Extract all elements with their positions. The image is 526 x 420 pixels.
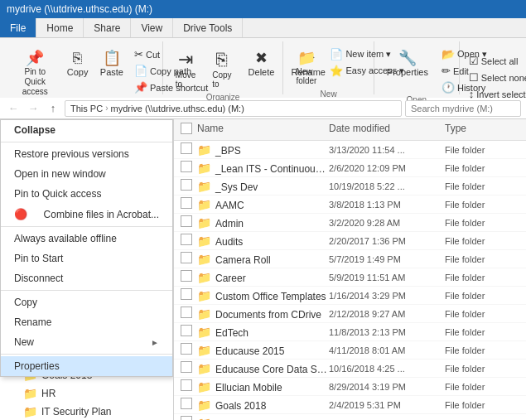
file-date: 11/8/2013 2:13 PM — [329, 327, 445, 337]
copy-button[interactable]: ⎘ Copy — [62, 46, 94, 81]
file-name: 📁Educause 2015 — [197, 344, 329, 357]
ctx-open-new-window[interactable]: Open in new window — [1, 164, 172, 184]
row-checkbox[interactable] — [181, 343, 192, 355]
tab-file[interactable]: File — [0, 18, 36, 37]
row-checkbox[interactable] — [181, 179, 192, 191]
file-type: File folder — [445, 254, 519, 264]
file-row[interactable]: 📁Admin 3/2/2020 9:28 AM File folder — [174, 214, 526, 232]
file-row[interactable]: 📁Custom Office Templates 1/16/2014 3:29 … — [174, 287, 526, 305]
row-check — [181, 288, 197, 302]
file-row[interactable]: 📁_Lean ITS - Continuous Process Improv..… — [174, 159, 526, 177]
file-row[interactable]: 📁AAMC 3/8/2018 1:13 PM File folder — [174, 196, 526, 214]
file-date: 2/12/2018 9:27 AM — [329, 309, 445, 319]
file-row[interactable]: 📁Documents from CDrive 2/12/2018 9:27 AM… — [174, 305, 526, 323]
back-button[interactable]: ← — [5, 100, 22, 117]
row-checkbox[interactable] — [181, 142, 192, 154]
file-row[interactable]: 📁HR 7/18/2016 9:46 AM File folder — [174, 414, 526, 420]
file-name: 📁Audits — [197, 234, 329, 248]
row-checkbox[interactable] — [181, 361, 192, 373]
copy-to-button[interactable]: ⎘ Copyto — [205, 46, 239, 93]
paste-button[interactable]: 📋 Paste — [95, 46, 128, 81]
edit-icon: ✏ — [442, 65, 451, 77]
file-row[interactable]: 📁Goals 2018 2/4/2019 5:31 PM File folder — [174, 396, 526, 414]
file-type: File folder — [445, 327, 519, 337]
row-check — [181, 416, 197, 420]
file-row[interactable]: 📁Educause 2015 4/11/2018 8:01 AM File fo… — [174, 341, 526, 360]
file-row[interactable]: 📁Ellucian Mobile 8/29/2014 3:19 PM File … — [174, 378, 526, 396]
row-checkbox[interactable] — [181, 215, 192, 227]
easy-access-icon: ⭐ — [330, 65, 343, 77]
ctx-rename[interactable]: Rename — [1, 312, 172, 332]
properties-button[interactable]: 🔧 Properties — [379, 46, 436, 81]
header-type[interactable]: Type — [445, 123, 519, 137]
file-row[interactable]: 📁_BPS 3/13/2020 11:54 ... File folder — [174, 141, 526, 159]
file-date: 1/16/2014 3:29 PM — [329, 291, 445, 301]
row-checkbox[interactable] — [181, 197, 192, 209]
nav-item-hr[interactable]: 📁 HR — [0, 384, 173, 403]
file-row[interactable]: 📁Career 5/9/2019 11:51 AM File folder — [174, 268, 526, 287]
select-none-icon: ☐ — [469, 71, 479, 84]
row-checkbox[interactable] — [181, 416, 192, 420]
file-folder-icon: 📁 — [197, 253, 211, 266]
ribbon: 📌 Pin to Quickaccess ⎘ Copy 📋 Paste ✂Cut… — [0, 38, 526, 98]
tab-view[interactable]: View — [131, 18, 173, 37]
ctx-collapse[interactable]: Collapse — [1, 120, 172, 140]
select-all-checkbox[interactable] — [181, 123, 192, 134]
ctx-copy[interactable]: Copy — [1, 292, 172, 312]
file-type: File folder — [445, 163, 519, 173]
row-checkbox[interactable] — [181, 325, 192, 336]
row-checkbox[interactable] — [181, 398, 192, 409]
tab-drive-tools[interactable]: Drive Tools — [173, 18, 243, 37]
file-row[interactable]: 📁Camera Roll 5/7/2019 1:49 PM File folde… — [174, 250, 526, 268]
row-checkbox[interactable] — [181, 161, 192, 172]
file-name: 📁Goals 2018 — [197, 398, 329, 412]
ctx-new[interactable]: New ► — [1, 332, 172, 352]
delete-button[interactable]: ✖ Delete — [241, 46, 282, 81]
breadcrumb-arrow: › — [105, 104, 108, 113]
ctx-pin-quick[interactable]: Pin to Quick access — [1, 184, 172, 204]
up-button[interactable]: ↑ — [45, 100, 61, 117]
ctx-properties[interactable]: Properties — [1, 356, 172, 376]
search-input[interactable] — [405, 100, 521, 117]
row-checkbox[interactable] — [181, 379, 192, 391]
select-none-button[interactable]: ☐Select none — [465, 70, 526, 85]
ctx-always-available[interactable]: Always available offline — [1, 229, 172, 249]
file-rows-container: 📁_BPS 3/13/2020 11:54 ... File folder 📁_… — [174, 141, 526, 420]
copy-icon: ⎘ — [73, 51, 82, 65]
file-row[interactable]: 📁Audits 2/20/2017 1:36 PM File folder — [174, 232, 526, 250]
paste-shortcut-icon: 📌 — [134, 81, 147, 94]
forward-button[interactable]: → — [25, 100, 41, 117]
ctx-restore-versions[interactable]: Restore previous versions — [1, 144, 172, 164]
file-folder-icon: 📁 — [197, 162, 211, 175]
ctx-pin-start[interactable]: Pin to Start — [1, 249, 172, 268]
address-path[interactable]: This PC › mydrive (\\utdrive.uthsc.edu) … — [65, 100, 402, 117]
file-date: 10/16/2018 4:25 ... — [329, 364, 445, 374]
ribbon-group-select: ☑Select all ☐Select none ↕Invert selecti… — [460, 41, 521, 94]
tab-share[interactable]: Share — [84, 18, 131, 37]
nav-item-it-security[interactable]: 📁 IT Security Plan — [0, 403, 173, 420]
header-name[interactable]: Name — [197, 123, 329, 137]
ctx-disconnect[interactable]: Disconnect — [1, 268, 172, 288]
title-bar: mydrive (\\utdrive.uthsc.edu) (M:) — [0, 0, 526, 18]
row-checkbox[interactable] — [181, 252, 192, 263]
file-name: 📁_Lean ITS - Continuous Process Improv..… — [197, 162, 329, 175]
row-check — [181, 325, 197, 339]
left-panel: Collapse Restore previous versions Open … — [0, 119, 174, 420]
select-buttons: ☑Select all ☐Select none ↕Invert selecti… — [465, 43, 526, 102]
new-folder-button[interactable]: 📁 Newfolder — [288, 46, 324, 89]
header-date[interactable]: Date modified — [329, 123, 445, 137]
select-all-button[interactable]: ☑Select all — [465, 53, 526, 69]
pin-quick-access-button[interactable]: 📌 Pin to Quickaccess — [10, 46, 60, 101]
row-checkbox[interactable] — [181, 288, 192, 300]
move-to-button[interactable]: ⇥ Moveto — [168, 46, 203, 93]
open-icon: 📂 — [442, 48, 455, 60]
row-checkbox[interactable] — [181, 307, 192, 318]
file-row[interactable]: 📁EdTech 11/8/2013 2:13 PM File folder — [174, 323, 526, 341]
ctx-combine-acrobat[interactable]: 🔴Combine files in Acrobat... — [1, 204, 172, 224]
row-checkbox[interactable] — [181, 234, 192, 245]
file-row[interactable]: 📁Educause Core Data Survey 10/16/2018 4:… — [174, 360, 526, 378]
file-row[interactable]: 📁_Sys Dev 10/19/2018 5:22 ... File folde… — [174, 177, 526, 196]
tab-home[interactable]: Home — [36, 18, 84, 37]
row-checkbox[interactable] — [181, 270, 192, 282]
file-type: File folder — [445, 181, 519, 191]
